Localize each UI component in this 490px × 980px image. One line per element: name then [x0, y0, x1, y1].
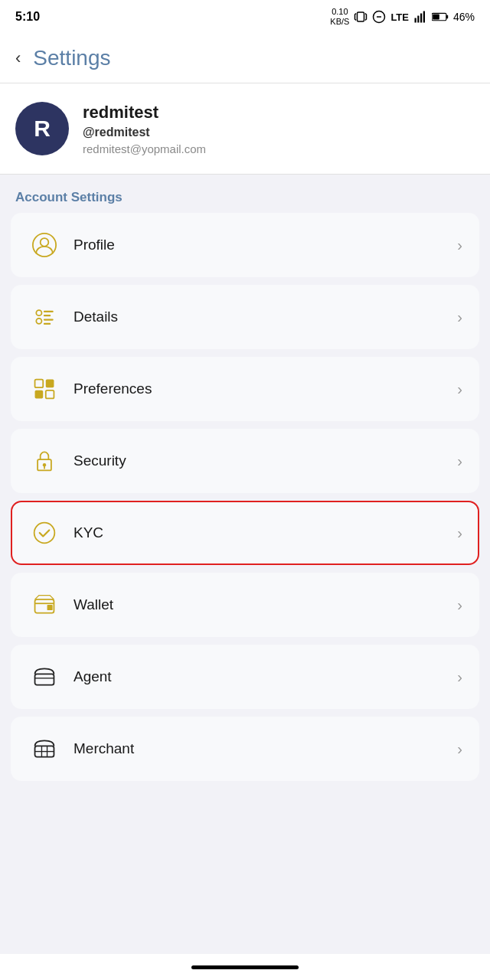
profile-handle: @redmitest	[83, 126, 206, 139]
merchant-icon	[28, 732, 61, 766]
profile-name: redmitest	[83, 103, 206, 122]
svg-rect-5	[420, 14, 422, 23]
app-header: ‹ Settings	[0, 34, 490, 83]
agent-label: Agent	[74, 668, 457, 685]
battery-percent: 46%	[453, 11, 475, 23]
svg-rect-27	[47, 605, 53, 610]
status-bar: 5:10 0.10KB/S LTE 46%	[0, 0, 490, 34]
settings-item-preferences[interactable]: Preferences ›	[11, 357, 479, 421]
agent-icon	[28, 660, 61, 694]
battery-icon	[432, 11, 449, 22]
svg-point-12	[36, 310, 41, 315]
profile-email: redmitest@yopmail.com	[83, 142, 206, 155]
bottom-bar	[0, 954, 490, 980]
svg-rect-6	[423, 11, 425, 23]
status-icons: 0.10KB/S LTE 46%	[330, 7, 475, 27]
svg-rect-0	[358, 12, 364, 21]
security-icon	[28, 444, 61, 478]
details-icon	[28, 300, 61, 334]
security-label: Security	[74, 452, 457, 469]
chevron-icon: ›	[457, 309, 462, 326]
network-label: LTE	[390, 11, 409, 23]
status-time: 5:10	[15, 10, 40, 24]
chevron-icon: ›	[457, 524, 462, 542]
details-label: Details	[74, 309, 457, 325]
settings-item-merchant[interactable]: Merchant ›	[11, 717, 479, 781]
chevron-icon: ›	[457, 740, 462, 758]
chevron-icon: ›	[457, 596, 462, 614]
profile-label: Profile	[74, 237, 457, 253]
svg-point-25	[34, 523, 55, 544]
profile-icon	[28, 228, 61, 262]
settings-list: Profile › Details › Prefer	[0, 213, 490, 781]
svg-rect-8	[446, 15, 448, 19]
svg-point-15	[36, 318, 41, 324]
svg-rect-28	[35, 674, 54, 684]
svg-rect-9	[433, 14, 439, 19]
dnd-icon	[372, 10, 386, 24]
back-button[interactable]: ‹	[15, 48, 21, 68]
svg-point-11	[41, 238, 49, 247]
data-speed: 0.10KB/S	[330, 7, 349, 27]
merchant-label: Merchant	[74, 740, 457, 757]
settings-item-wallet[interactable]: Wallet ›	[11, 573, 479, 637]
page-title: Settings	[33, 46, 110, 70]
vibrate-icon	[354, 10, 368, 24]
wallet-label: Wallet	[74, 596, 457, 613]
profile-section: R redmitest @redmitest redmitest@yopmail…	[0, 83, 490, 175]
settings-item-details[interactable]: Details ›	[11, 285, 479, 349]
account-settings-label: Account Settings	[0, 175, 490, 213]
signal-icon	[413, 10, 427, 24]
svg-rect-21	[46, 390, 54, 399]
svg-rect-18	[35, 380, 44, 388]
chevron-icon: ›	[457, 668, 462, 686]
settings-item-profile[interactable]: Profile ›	[11, 213, 479, 277]
svg-rect-20	[35, 390, 44, 399]
wallet-icon	[28, 588, 61, 622]
kyc-label: KYC	[74, 524, 457, 541]
svg-rect-4	[417, 16, 419, 23]
home-indicator	[191, 965, 299, 969]
settings-item-kyc[interactable]: KYC ›	[11, 501, 479, 565]
svg-rect-19	[46, 380, 54, 388]
preferences-icon	[28, 372, 61, 406]
chevron-icon: ›	[457, 237, 462, 254]
chevron-icon: ›	[457, 381, 462, 398]
chevron-icon: ›	[457, 452, 462, 470]
preferences-label: Preferences	[74, 381, 457, 397]
profile-info: redmitest @redmitest redmitest@yopmail.c…	[83, 103, 206, 155]
settings-item-security[interactable]: Security ›	[11, 429, 479, 493]
avatar: R	[15, 102, 69, 155]
svg-rect-3	[414, 18, 416, 23]
settings-item-agent[interactable]: Agent ›	[11, 645, 479, 709]
kyc-icon	[28, 516, 61, 550]
